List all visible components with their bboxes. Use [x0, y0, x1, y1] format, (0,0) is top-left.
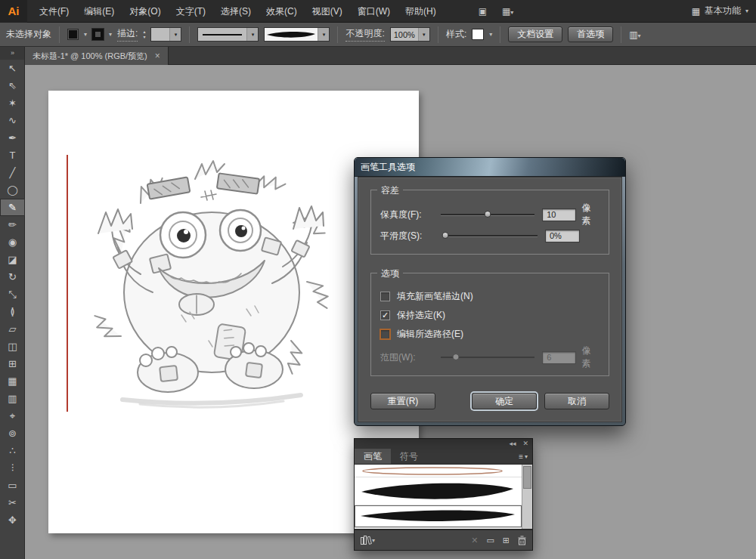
free-transform-tool[interactable]: ▱ [0, 320, 25, 338]
panel-menu-icon[interactable]: ≡ ▾ [519, 449, 532, 464]
illustrator-logo-icon[interactable]: Ai [0, 0, 27, 23]
opacity-value: 100% [391, 30, 418, 39]
tool-glyph: ▭ [8, 480, 17, 491]
stroke-weight-stepper[interactable]: ▴ ▾ [143, 29, 145, 40]
stepper-up-icon[interactable]: ▴ [143, 29, 145, 35]
blend-tool[interactable]: ⊚ [0, 425, 25, 442]
chevron-down-icon[interactable]: ▾ [489, 31, 492, 38]
preferences-button[interactable]: 首选项 [568, 26, 613, 42]
arrange-documents-icon[interactable]: ▦▾ [502, 6, 513, 17]
brush-stroke-options-icon[interactable]: ▭ [486, 536, 494, 545]
stroke-weight-select[interactable]: ▾ [150, 27, 181, 42]
perspective-grid-tool[interactable]: ⊞ [0, 355, 25, 372]
delete-brush-icon[interactable] [518, 536, 526, 545]
brush-libraries-icon[interactable]: ▾ [361, 536, 375, 545]
smoothness-slider[interactable] [442, 231, 538, 240]
chevron-down-icon[interactable]: ▾ [246, 28, 258, 41]
chevron-down-icon[interactable]: ▾ [318, 28, 329, 41]
scale-tool[interactable]: ⤡ [0, 286, 25, 303]
rotate-tool[interactable]: ↻ [0, 268, 25, 286]
ok-button[interactable]: 确定 [472, 393, 537, 409]
menu-item[interactable]: 文字(T) [169, 0, 213, 22]
cancel-button[interactable]: 取消 [544, 393, 609, 409]
pencil-tool[interactable]: ✏ [0, 216, 25, 233]
pen-tool[interactable]: ✒ [0, 129, 25, 147]
fidelity-value-field[interactable]: 10 [542, 208, 576, 221]
ellipse-tool[interactable]: ◯ [0, 181, 25, 199]
separator [189, 26, 190, 43]
mesh-tool[interactable]: ▦ [0, 372, 25, 390]
eraser-tool[interactable]: ◪ [0, 251, 25, 268]
chevron-down-icon[interactable]: ▾ [169, 28, 181, 41]
smoothness-value-field[interactable]: 0% [545, 230, 580, 242]
panel-tab[interactable]: 符号 [391, 449, 427, 464]
collapse-panel-icon[interactable]: ◂◂ [509, 439, 516, 449]
symbol-sprayer-tool[interactable]: ∴ [0, 442, 25, 459]
dialog-title-bar[interactable]: 画笔工具选项 [355, 158, 625, 177]
artboard-tool[interactable]: ▭ [0, 477, 25, 494]
opacity-select[interactable]: 100% ▾ [390, 27, 430, 42]
remove-brush-stroke-icon[interactable]: ✕ [471, 536, 478, 545]
toolbar-collapse-icon[interactable]: » [0, 47, 24, 60]
blob-brush-tool[interactable]: ◉ [0, 233, 25, 251]
eyedropper-tool[interactable]: ⌖ [0, 407, 25, 425]
panel-tab[interactable]: 画笔 [355, 449, 391, 464]
scrollbar[interactable] [522, 465, 532, 529]
paintbrush-tool[interactable]: ✎ [0, 199, 25, 216]
line-segment-tool[interactable]: ╱ [0, 164, 25, 181]
menu-item[interactable]: 文件(F) [32, 0, 76, 22]
style-swatch[interactable] [472, 29, 484, 40]
close-icon[interactable]: × [155, 51, 160, 61]
stroke-color-swatch[interactable] [92, 29, 104, 40]
chevron-down-icon[interactable]: ▾ [418, 28, 429, 41]
document-tab[interactable]: 未标题-1* @ 100% (RGB/预览) × [25, 47, 169, 65]
menu-item[interactable]: 窗口(W) [350, 0, 398, 22]
fidelity-slider[interactable] [441, 210, 534, 219]
dialog-checkbox-row[interactable]: ✓ 保持选定(K) [380, 306, 600, 325]
hand-tool[interactable]: ✥ [0, 511, 25, 529]
brush-item-charcoal-wide[interactable] [355, 477, 522, 505]
menu-item[interactable]: 编辑(E) [76, 0, 122, 22]
selection-tool[interactable]: ↖ [0, 60, 25, 77]
width-profile-select[interactable]: ▾ [197, 27, 259, 42]
shape-builder-tool[interactable]: ◫ [0, 338, 25, 355]
stepper-down-icon[interactable]: ▾ [143, 35, 145, 40]
checkbox[interactable] [380, 329, 390, 339]
chevron-down-icon[interactable]: ▾ [84, 31, 87, 38]
slider-thumb[interactable] [485, 211, 491, 218]
close-icon[interactable]: ✕ [522, 439, 528, 449]
stroke-weight-label[interactable]: 描边: [117, 27, 138, 42]
lasso-tool[interactable]: ∿ [0, 112, 25, 129]
slice-tool[interactable]: ✂ [0, 494, 25, 511]
smoothness-row: 平滑度(S): 0% [380, 225, 600, 246]
opacity-label[interactable]: 不透明度: [345, 27, 384, 42]
reset-button[interactable]: 重置(R) [370, 393, 435, 409]
scrollbar-thumb[interactable] [523, 466, 531, 489]
menu-item[interactable]: 对象(O) [122, 0, 168, 22]
new-brush-icon[interactable]: ⊞ [503, 536, 510, 545]
column-graph-tool[interactable]: ⫶ [0, 459, 25, 477]
chevron-down-icon[interactable]: ▾ [109, 31, 112, 38]
gradient-tool[interactable]: ▥ [0, 390, 25, 407]
type-tool[interactable]: T [0, 147, 25, 164]
dialog-checkbox-row[interactable]: 编辑所选路径(E) [380, 325, 600, 344]
slider-thumb[interactable] [442, 232, 448, 239]
control-panel-menu-icon[interactable]: ▥▾ [629, 29, 640, 40]
go-to-bridge-icon[interactable]: ▣ [479, 6, 487, 17]
workspace-switcher[interactable]: ▦ 基本功能 ▾ [692, 5, 756, 17]
brush-item-outline-ellipse[interactable] [355, 465, 522, 477]
menu-item[interactable]: 帮助(H) [398, 0, 444, 22]
magic-wand-tool[interactable]: ✶ [0, 94, 25, 112]
menu-item[interactable]: 效果(C) [259, 0, 305, 22]
direct-selection-tool[interactable]: ⇖ [0, 77, 25, 94]
fill-color-swatch[interactable] [67, 29, 79, 40]
document-setup-button[interactable]: 文档设置 [508, 26, 562, 42]
menu-item[interactable]: 视图(V) [305, 0, 350, 22]
dialog-checkbox-row[interactable]: 填充新画笔描边(N) [380, 287, 600, 306]
width-tool[interactable]: ≬ [0, 303, 25, 320]
checkbox[interactable] [380, 292, 390, 301]
brush-item-charcoal-thin[interactable] [355, 505, 522, 528]
checkbox[interactable]: ✓ [380, 310, 390, 320]
menu-item[interactable]: 选择(S) [213, 0, 259, 22]
brush-definition-select[interactable]: ▾ [264, 27, 330, 42]
